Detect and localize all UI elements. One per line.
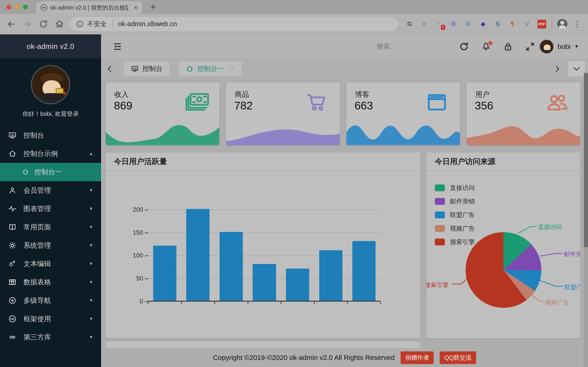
sidebar-item-9[interactable]: 数据表格▼	[0, 273, 101, 291]
r-extension-icon[interactable]: R	[449, 20, 458, 28]
tabs-scroll-right-icon[interactable]	[553, 64, 562, 73]
sidebar-item-8[interactable]: 文本编辑▼	[0, 255, 101, 273]
sidebar-item-label: 图表管理	[23, 204, 51, 214]
legend-item-1[interactable]: 直接访问	[435, 181, 475, 194]
avatar[interactable]: ♥	[31, 65, 70, 104]
browser-tab[interactable]: OK ok-admin v2.0 | 很赞的后台模版 ×	[36, 1, 142, 14]
close-icon[interactable]: ×	[230, 65, 234, 73]
browser-profile-avatar[interactable]	[557, 19, 567, 29]
gridline	[148, 233, 380, 233]
legend-item-4[interactable]: 视频广告	[435, 222, 475, 235]
fullscreen-icon[interactable]	[525, 42, 535, 52]
footer-button-2[interactable]: QQ群交流	[440, 351, 476, 364]
stat-card-1[interactable]: 收入869	[106, 82, 219, 145]
sidebar-item-10[interactable]: 多级导航▼	[0, 291, 101, 310]
stat-card-value: 663	[355, 99, 373, 112]
stat-card-value: 356	[475, 99, 493, 112]
url-text: ok-admin.xlbweb.cn	[118, 20, 177, 28]
stat-card-4[interactable]: 用户356	[467, 82, 580, 145]
bar-chart-panel: 今日用户活跃量 050100150200MonTueWedThuFriSatSu…	[106, 152, 420, 338]
sidebar-item-label: 框架使用	[23, 314, 51, 324]
bar-fri[interactable]	[286, 269, 309, 301]
stat-card-3[interactable]: 博客663	[346, 82, 460, 145]
sidebar-menu: 控制台控制台示例▲控制台一会员管理▼图表管理▼常用页面▼系统管理▼文本编辑▼数据…	[0, 126, 101, 346]
bar-tue[interactable]	[186, 209, 209, 301]
info-icon[interactable]	[76, 20, 84, 28]
translate-extension-icon[interactable]: G	[405, 20, 414, 28]
bar-chart: 050100150200MonTueWedThuFriSatSun	[106, 171, 420, 338]
extension-badge: !	[441, 25, 445, 30]
pdf-extension-icon[interactable]: PDF	[537, 20, 546, 28]
sidebar-item-1[interactable]: 控制台	[0, 126, 101, 144]
browser-icon	[423, 92, 451, 113]
tabs-scroll-left-icon[interactable]	[105, 64, 114, 73]
address-bar[interactable]: 不安全 ok-admin.xlbweb.cn	[70, 17, 398, 31]
zoom-window-button[interactable]	[23, 5, 28, 9]
y-tick-label: 50	[123, 275, 143, 282]
ring-extension-icon[interactable]: O	[464, 20, 473, 28]
legend-label: 联盟广告	[450, 211, 475, 219]
minimize-window-button[interactable]	[15, 5, 19, 9]
bar-mon[interactable]	[153, 246, 176, 301]
sidebar-collapse-icon[interactable]	[112, 41, 123, 52]
scrollbar-thumb[interactable]	[584, 73, 588, 247]
home-icon[interactable]	[55, 19, 64, 29]
search-input[interactable]	[377, 43, 446, 50]
s-extension-icon[interactable]: S	[493, 20, 502, 28]
page-tab-1[interactable]: 控制台	[124, 61, 169, 76]
pie-legend: 直接访问邮件营销联盟广告视频广告搜索引擎	[435, 181, 475, 249]
bookmark-star-icon[interactable]: ☆	[420, 20, 429, 28]
chevron-down-icon: ▼	[89, 243, 93, 248]
browser-menu-icon[interactable]: ⋮	[573, 19, 581, 29]
page-tab-2[interactable]: 控制台一×	[179, 61, 242, 76]
pie-callout-label: 直接访问	[538, 223, 562, 231]
bar-sun[interactable]	[352, 241, 376, 301]
new-tab-button[interactable]: +	[150, 2, 156, 12]
stat-card-title: 收入	[114, 90, 129, 99]
pilcrow-extension-icon[interactable]: ¶	[508, 20, 517, 28]
y-tick-mark	[145, 210, 148, 210]
v-extension-icon[interactable]: V	[523, 20, 531, 28]
chevron-down-icon: ▼	[89, 298, 93, 303]
stat-card-2[interactable]: 商品782	[226, 82, 340, 145]
reload-icon[interactable]	[39, 19, 48, 29]
legend-item-3[interactable]: 联盟广告	[435, 208, 475, 222]
stat-cards-row: 收入869商品782博客663用户356	[106, 82, 580, 145]
user-avatar[interactable]	[540, 40, 554, 54]
legend-item-2[interactable]: 邮件营销	[435, 194, 475, 208]
sidebar-item-label: 第三方库	[23, 333, 51, 342]
bar-sat[interactable]	[319, 250, 342, 301]
sidebar-item-label: 控制台	[23, 131, 44, 140]
sidebar-item-4[interactable]: 会员管理▼	[0, 181, 101, 200]
chevron-up-icon: ▲	[89, 151, 93, 156]
tab-close-icon[interactable]: ×	[134, 4, 138, 11]
lock-icon[interactable]	[503, 42, 513, 52]
sidebar-item-11[interactable]: 框架使用▼	[0, 310, 101, 328]
bar-thu[interactable]	[253, 264, 276, 301]
notification-bell-icon[interactable]	[481, 42, 491, 52]
page-tab-label: 控制台一	[197, 64, 224, 73]
extensions-row: G☆⚡!RO◆S¶VPDF	[405, 20, 546, 28]
bar-wed[interactable]	[220, 232, 243, 301]
sidebar-item-12[interactable]: 第三方库▼	[0, 328, 101, 346]
tabs-menu-button[interactable]	[568, 61, 585, 76]
footer-button-1[interactable]: 捐赠作者	[401, 351, 434, 364]
notification-badge	[488, 41, 493, 45]
sidebar-item-2[interactable]: 控制台示例▲	[0, 144, 101, 163]
pie-callout-label: 联盟广告	[564, 283, 580, 291]
sidebar-item-3[interactable]: 控制台一	[0, 163, 101, 181]
legend-item-5[interactable]: 搜索引擎	[435, 235, 475, 249]
back-icon[interactable]	[6, 19, 16, 29]
user-menu[interactable]: bobi ▼	[540, 40, 579, 54]
diamond-extension-icon[interactable]: ◆	[479, 20, 487, 28]
close-window-button[interactable]	[6, 5, 11, 9]
stat-card-value: 869	[114, 99, 132, 112]
legend-swatch	[435, 239, 445, 245]
sidebar-item-5[interactable]: 图表管理▼	[0, 200, 101, 218]
refresh-icon[interactable]	[459, 42, 469, 52]
forward-icon[interactable]	[23, 19, 32, 29]
sidebar-item-7[interactable]: 系统管理▼	[0, 236, 101, 255]
pie-disc[interactable]	[466, 232, 541, 308]
gray-extension-icon[interactable]: ⚡!	[435, 20, 443, 28]
sidebar-item-6[interactable]: 常用页面▼	[0, 218, 101, 236]
